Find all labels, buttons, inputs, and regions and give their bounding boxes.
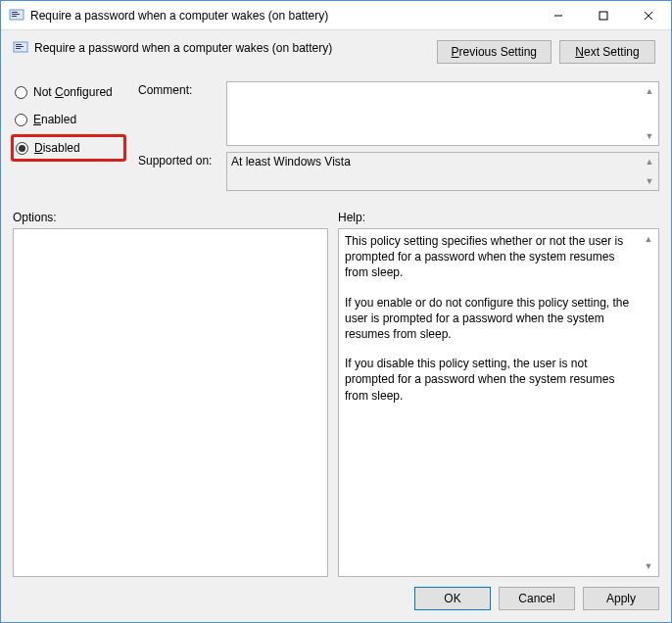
dialog-footer: OK Cancel Apply (1, 577, 671, 622)
help-text: If you enable or do not configure this p… (345, 295, 639, 343)
help-label: Help: (338, 211, 365, 224)
options-panel (13, 228, 328, 577)
policy-icon (13, 40, 28, 56)
help-text: This policy setting specifies whether or… (345, 233, 639, 281)
minimize-button[interactable] (536, 1, 581, 29)
radio-icon (15, 114, 27, 126)
options-label: Options: (13, 211, 328, 224)
svg-rect-2 (12, 14, 20, 15)
svg-rect-9 (16, 44, 22, 45)
titlebar: Require a password when a computer wakes… (1, 1, 671, 30)
scroll-up-icon[interactable]: ▲ (641, 231, 656, 247)
next-setting-button[interactable]: Next Setting (559, 40, 655, 64)
radio-enabled[interactable]: Enabled (13, 111, 128, 128)
maximize-button[interactable] (581, 1, 626, 29)
svg-rect-3 (12, 16, 17, 17)
cancel-button[interactable]: Cancel (499, 587, 575, 610)
supported-on-field: At least Windows Vista ▲ ▼ (226, 152, 659, 191)
radio-icon (16, 142, 28, 155)
scroll-up-icon[interactable]: ▲ (642, 154, 657, 169)
help-panel: This policy setting specifies whether or… (338, 228, 659, 577)
svg-rect-11 (16, 48, 21, 49)
radio-disabled[interactable]: Disabled (11, 134, 126, 162)
previous-setting-button[interactable]: Previous Setting (437, 40, 552, 64)
radio-icon (15, 86, 27, 99)
supported-on-label: Supported on: (138, 152, 220, 191)
policy-editor-window: Require a password when a computer wakes… (0, 0, 672, 623)
close-button[interactable] (626, 1, 671, 29)
scroll-down-icon[interactable]: ▼ (641, 558, 656, 574)
ok-button[interactable]: OK (414, 587, 491, 610)
help-text: If you disable this policy setting, the … (345, 356, 639, 404)
comment-label: Comment: (138, 81, 220, 146)
svg-rect-1 (12, 12, 18, 13)
scroll-up-icon[interactable]: ▲ (642, 83, 657, 99)
policy-icon (9, 8, 24, 24)
window-title: Require a password when a computer wakes… (30, 9, 536, 23)
radio-not-configured[interactable]: Not Configured (13, 83, 128, 101)
policy-title: Require a password when a computer wakes… (34, 41, 332, 55)
svg-rect-5 (600, 12, 607, 20)
apply-button[interactable]: Apply (583, 587, 659, 610)
svg-rect-10 (16, 46, 24, 47)
comment-field[interactable]: ▲ ▼ (226, 81, 659, 146)
scroll-down-icon[interactable]: ▼ (642, 128, 657, 144)
scroll-down-icon[interactable]: ▼ (642, 173, 657, 189)
